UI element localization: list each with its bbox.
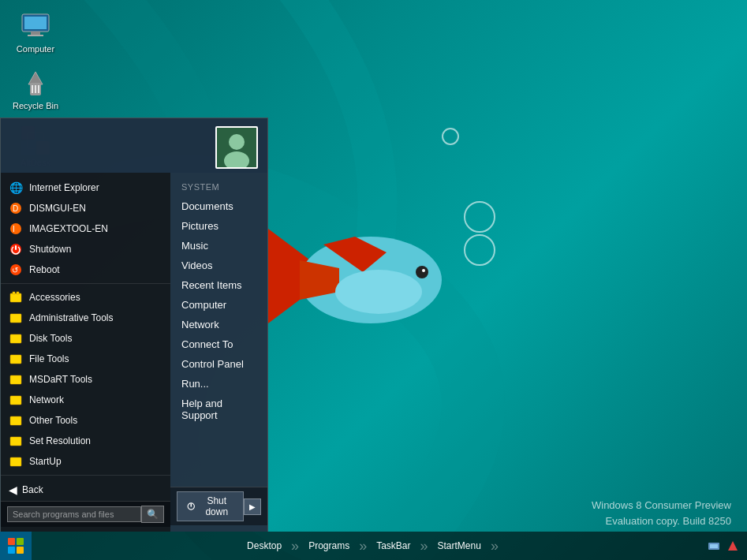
svg-point-5	[416, 266, 428, 278]
windows-logo	[8, 538, 24, 554]
shutdown-button[interactable]: Shut down	[177, 491, 244, 521]
svg-rect-39	[10, 396, 21, 405]
taskbar-item-desktop[interactable]: Desktop	[239, 537, 289, 554]
shutdown-bar: Shut down ▶	[170, 487, 267, 525]
deco-circle-large-bottom	[464, 234, 495, 266]
desktop-icon-computer[interactable]: Computer	[8, 8, 63, 57]
svg-rect-34	[17, 292, 19, 294]
search-button[interactable]: 🔍	[141, 506, 164, 523]
menu-separator-2	[1, 475, 170, 476]
start-menu-item-accessories[interactable]: Accessories	[1, 287, 170, 308]
tray-icon-2[interactable]	[725, 538, 741, 554]
right-item-run[interactable]: Run...	[170, 374, 267, 394]
recycle-icon-label: Recycle Bin	[13, 101, 58, 110]
start-menu-item-network[interactable]: Network	[1, 390, 170, 410]
shutdown-power-icon	[187, 501, 196, 512]
shutdown-label: Shut down	[200, 495, 234, 517]
svg-rect-44	[191, 503, 192, 507]
svg-point-22	[229, 134, 245, 150]
flag-q4	[17, 547, 24, 554]
svg-text:↺: ↺	[12, 266, 18, 274]
watermark: Windows 8 Consumer Preview Evaluation co…	[592, 498, 731, 528]
start-menu-right-panel: SYSTEM Documents Pictures Music Videos R…	[170, 173, 267, 532]
accessories-icon	[9, 290, 23, 304]
shutdown-icon	[9, 242, 23, 256]
right-item-help[interactable]: Help and Support	[170, 394, 267, 425]
taskbar-sep-1: »	[291, 538, 299, 554]
right-item-connect[interactable]: Connect To	[170, 334, 267, 354]
startup-icon	[9, 454, 23, 469]
right-item-recent[interactable]: Recent Items	[170, 275, 267, 295]
start-menu-item-imagextool[interactable]: I IMAGEXTOOL-EN	[1, 218, 170, 239]
svg-point-4	[335, 270, 422, 314]
svg-rect-35	[10, 314, 21, 323]
taskbar-sep-3: »	[420, 538, 428, 554]
svg-text:D: D	[13, 204, 18, 213]
setresolution-icon	[9, 434, 23, 448]
taskbar-tray	[706, 538, 747, 554]
desktop-icon-recycle[interactable]: Recycle Bin	[8, 65, 63, 114]
taskbar-item-programs[interactable]: Programs	[301, 537, 357, 554]
start-menu-item-startup[interactable]: StartUp	[1, 451, 170, 472]
othertools-icon	[9, 413, 23, 427]
right-item-network[interactable]: Network	[170, 315, 267, 334]
taskbar-item-startmenu[interactable]: StartMenu	[430, 537, 489, 554]
shutdown-arrow-button[interactable]: ▶	[244, 498, 261, 515]
start-menu-item-admintools[interactable]: Administrative Tools	[1, 308, 170, 328]
right-item-music[interactable]: Music	[170, 236, 267, 256]
start-menu-body: 🌐 Internet Explorer D DISMGUI-EN I IMAGE…	[1, 173, 267, 532]
start-menu-left-panel: 🌐 Internet Explorer D DISMGUI-EN I IMAGE…	[1, 173, 170, 532]
right-spacer	[170, 425, 267, 487]
deco-circle-small	[442, 128, 459, 145]
start-menu-item-setresolution[interactable]: Set Resolution	[1, 431, 170, 451]
start-menu-item-disktools[interactable]: Disk Tools	[1, 328, 170, 349]
right-item-control[interactable]: Control Panel	[170, 354, 267, 374]
back-arrow-icon: ◀	[9, 483, 17, 496]
start-menu-item-shutdown[interactable]: Shutdown	[1, 239, 170, 259]
taskbar-item-taskbar[interactable]: TaskBar	[368, 537, 418, 554]
svg-text:I: I	[13, 225, 15, 233]
right-item-computer[interactable]: Computer	[170, 295, 267, 315]
taskbar: Desktop » Programs » TaskBar » StartMenu…	[0, 532, 747, 560]
start-menu-item-filetools[interactable]: File Tools	[1, 349, 170, 369]
start-button[interactable]	[0, 532, 32, 560]
recycle-icon	[20, 68, 51, 99]
imagextool-icon: I	[9, 222, 23, 236]
svg-rect-36	[10, 334, 21, 343]
taskbar-items: Desktop » Programs » TaskBar » StartMenu…	[32, 537, 706, 554]
tray-icon-1[interactable]	[706, 538, 722, 554]
start-menu-item-reboot[interactable]: ↺ Reboot	[1, 259, 170, 280]
svg-marker-11	[28, 72, 43, 84]
admintools-icon	[9, 311, 23, 325]
back-button[interactable]: ◀ Back	[1, 479, 170, 501]
disktools-icon	[9, 331, 23, 345]
user-avatar	[215, 126, 258, 169]
svg-rect-33	[13, 292, 15, 294]
right-item-pictures[interactable]: Pictures	[170, 216, 267, 236]
right-item-documents[interactable]: Documents	[170, 196, 267, 216]
desktop: Computer Recycle Bin	[0, 0, 747, 560]
svg-rect-10	[28, 35, 43, 36]
svg-rect-40	[10, 416, 21, 425]
taskbar-sep-4: »	[491, 538, 499, 554]
filetools-icon	[9, 352, 23, 366]
deco-circle-large-top	[464, 201, 495, 233]
flag-q3	[8, 547, 15, 554]
svg-rect-41	[10, 437, 21, 446]
computer-icon-label: Computer	[17, 44, 54, 54]
start-menu-item-msdartools[interactable]: MSDaRT Tools	[1, 369, 170, 390]
fish-illustration	[268, 213, 450, 371]
watermark-line1: Windows 8 Consumer Preview	[592, 498, 731, 513]
start-menu-item-dismgui[interactable]: D DISMGUI-EN	[1, 198, 170, 218]
taskbar-sep-2: »	[359, 538, 367, 554]
svg-rect-29	[15, 245, 17, 250]
back-label: Back	[22, 484, 43, 495]
start-menu-header	[1, 118, 267, 173]
watermark-line2: Evaluation copy. Build 8250	[592, 513, 731, 529]
start-menu-item-othertools[interactable]: Other Tools	[1, 410, 170, 431]
search-input[interactable]	[7, 506, 141, 522]
computer-icon	[20, 11, 51, 43]
start-menu-item-ie[interactable]: 🌐 Internet Explorer	[1, 177, 170, 198]
flag-q2	[17, 538, 24, 545]
right-item-videos[interactable]: Videos	[170, 256, 267, 275]
